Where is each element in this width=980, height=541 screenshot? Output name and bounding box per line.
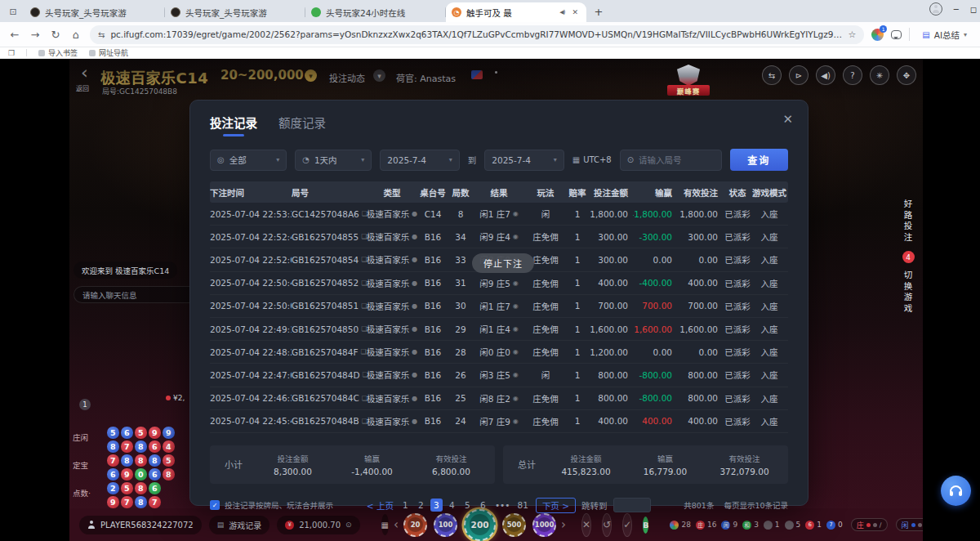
undo-bet-button[interactable]: ↺ [602, 513, 612, 537]
tournament-emblem[interactable]: 巅峰赛 [667, 65, 710, 97]
page-list: 123456 [399, 499, 489, 512]
tab-audio-icon[interactable]: ◀) [559, 9, 564, 16]
bet-chip[interactable]: 100 [434, 513, 457, 537]
eye-icon[interactable]: ⊙ [345, 521, 352, 529]
forward-icon[interactable]: → [29, 29, 42, 41]
copy-icon[interactable]: ❏ [361, 302, 367, 310]
back-icon[interactable]: ← [8, 29, 21, 41]
video-button[interactable]: ⊳ [789, 65, 808, 85]
bet-chip[interactable]: 200 [464, 509, 496, 541]
address-bar[interactable]: ⇆ pc.ifugf.com:17039/egret/game/2002/256… [90, 25, 864, 44]
ai-summary-button[interactable]: ▤ AI总结 ▾ [917, 27, 972, 42]
tab-search-icon[interactable]: ⊡ [5, 3, 21, 20]
page-number[interactable]: 4 [446, 499, 458, 512]
copy-icon[interactable]: ❏ [361, 279, 367, 287]
search-button[interactable]: 查询 [730, 149, 788, 171]
browser-tab-1[interactable]: 头号玩家_头号玩家游 [24, 2, 165, 22]
stop-betting-toast: 停止下注 [472, 253, 534, 273]
banker-ask-road-pill[interactable]: 庄 ∕ [851, 518, 888, 531]
prev-page-button[interactable]: < 上页 [367, 499, 394, 512]
chips-next-icon[interactable]: › [561, 517, 566, 532]
eye-icon[interactable]: ◉ [513, 395, 519, 402]
copy-icon[interactable]: ❏ [361, 348, 367, 355]
round-number-input[interactable]: ⊙ 请输入局号 [620, 150, 722, 171]
fullscreen-button[interactable]: ✥ [897, 65, 916, 85]
extension-icon[interactable]: 1 [871, 29, 884, 41]
customer-service-button[interactable] [941, 476, 971, 506]
eye-icon[interactable]: ◉ [513, 233, 519, 240]
chat-input[interactable]: 请输入聊天信息 [74, 286, 198, 303]
cell: 已派彩 [723, 277, 752, 289]
copy-icon[interactable]: ❏ [361, 256, 367, 263]
minimize-button[interactable]: ─ [954, 5, 959, 14]
sound-button[interactable]: ◀) [816, 65, 835, 85]
next-page-button[interactable]: 下页 > [536, 498, 576, 513]
browser-tab-2[interactable]: 头号玩家_头号玩家游 [165, 2, 305, 22]
modal-close-icon[interactable]: ✕ [781, 110, 795, 128]
scoreboard-stat: 5 [785, 521, 801, 530]
side-panel-icon[interactable]: ❐ [8, 49, 15, 57]
date-to-select[interactable]: 2025-7-4 ▾ [484, 150, 564, 171]
settings-button[interactable]: ✳ [870, 65, 889, 85]
bookmark-star-icon[interactable]: ☆ [848, 29, 856, 40]
confirm-bet-button[interactable]: ✓ [622, 513, 632, 537]
page-number[interactable]: 1 [399, 499, 412, 512]
bookmark-sitenav[interactable]: 网址导航 [89, 47, 128, 58]
eye-icon[interactable]: ◉ [513, 279, 519, 287]
cell: GB162570484C❏ [292, 393, 367, 403]
date-from-select[interactable]: 2025-7-4 ▾ [380, 150, 459, 171]
eye-icon[interactable]: ◉ [513, 348, 519, 355]
cancel-bet-button[interactable]: ✕ [581, 513, 591, 537]
cell: 庄免佣 [525, 415, 566, 427]
roadmap-ball: 5 [121, 482, 133, 494]
last-page-button[interactable]: 81 [516, 499, 530, 512]
switch-game-button[interactable]: 切换游戏 [902, 270, 915, 315]
copy-icon[interactable]: ❏ [361, 233, 367, 240]
eye-icon[interactable]: ◉ [513, 210, 519, 217]
chip-settings-button[interactable]: ▦ [381, 514, 389, 535]
jump-page-input[interactable] [613, 498, 651, 512]
bet-chip[interactable]: 500 [502, 513, 526, 537]
maximize-button[interactable]: ◻ [970, 5, 977, 14]
bet-chip[interactable]: 20 [403, 513, 427, 537]
new-tab-button[interactable]: + [590, 2, 608, 20]
page-number[interactable]: 3 [430, 499, 443, 512]
tab-close-icon[interactable]: ✕ [569, 7, 581, 17]
scope-select[interactable]: ◎ 全部 ▾ [210, 150, 287, 171]
bookmark-import[interactable]: 导入书签 [38, 47, 78, 58]
cell: 300.00 [677, 232, 723, 242]
page-number[interactable]: 5 [461, 499, 474, 512]
player-ask-road-pill[interactable]: 闲 ∕ [896, 518, 923, 531]
range-select[interactable]: ◔ 1天内 ▾ [295, 150, 372, 171]
scoreboard-stat: 庄16 [696, 521, 716, 530]
site-settings-icon[interactable]: ⇆ [98, 30, 105, 39]
help-button[interactable]: ? [843, 65, 862, 85]
info-icon: ● [412, 325, 417, 333]
page-number[interactable]: 2 [415, 499, 427, 512]
bet-chip[interactable]: 1000 [532, 513, 556, 537]
copy-icon[interactable]: ❏ [361, 325, 367, 333]
timezone-control[interactable]: ▦ UTC+8 [572, 155, 612, 164]
merge-checkbox[interactable]: ✓ [210, 500, 220, 510]
home-icon[interactable]: ⌂ [69, 29, 82, 41]
profile-avatar[interactable] [929, 2, 942, 16]
cell: -800.00 [633, 370, 677, 380]
chips-prev-icon[interactable]: ‹ [394, 517, 399, 532]
page-number[interactable]: 6 [477, 499, 489, 512]
eye-icon[interactable]: ◉ [513, 302, 519, 310]
tab-bet-records[interactable]: 投注记录 [210, 114, 257, 136]
eye-icon[interactable]: ◉ [513, 325, 519, 333]
camera-switch-button[interactable]: ⇆ [762, 65, 782, 85]
browser-tab-active[interactable]: ◔ 触手可及 最 ◀) ✕ [446, 2, 586, 22]
good-road-bet-button[interactable]: 好路投注 [902, 199, 915, 244]
eye-icon[interactable]: ◉ [513, 418, 519, 425]
date-to-label: 到 [468, 154, 477, 166]
game-records-button[interactable]: ▤ 游戏记录 [209, 516, 270, 534]
commission-free-toggle[interactable]: B [643, 516, 648, 534]
reload-icon[interactable]: ↻ [49, 29, 62, 41]
notifications-icon[interactable] [891, 30, 902, 39]
eye-icon[interactable]: ◉ [513, 371, 519, 378]
browser-tab-3[interactable]: 头号玩家24小时在线 [305, 2, 446, 22]
tab-quota-records[interactable]: 额度记录 [278, 114, 326, 136]
timezone-value: UTC+8 [583, 155, 612, 164]
